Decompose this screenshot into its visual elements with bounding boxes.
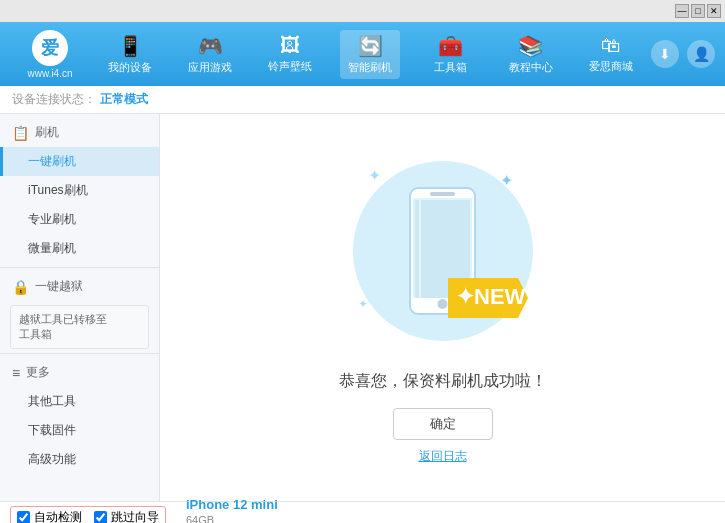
header: 爱 www.i4.cn 📱 我的设备 🎮 应用游戏 🖼 铃声壁纸 🔄 智能刷机 … xyxy=(0,22,725,86)
sparkle-3: ✦ xyxy=(358,297,368,311)
skip-wizard-label: 跳过向导 xyxy=(111,509,159,523)
flash-section-icon: 📋 xyxy=(12,125,29,141)
sidebar: 📋 刷机 一键刷机 iTunes刷机 专业刷机 微量刷机 🔒 一键越狱 越狱工具… xyxy=(0,114,160,501)
other-tools-label: 其他工具 xyxy=(28,394,76,408)
jailbreak-warning: 越狱工具已转移至工具箱 xyxy=(10,305,149,349)
warning-text: 越狱工具已转移至工具箱 xyxy=(19,313,107,340)
download-firmware-label: 下载固件 xyxy=(28,423,76,437)
svg-rect-2 xyxy=(430,192,455,196)
sidebar-section-jailbreak[interactable]: 🔒 一键越狱 xyxy=(0,272,159,301)
content-area: ✦NEW✦ ✦ ✦ ✦ 恭喜您，保资料刷机成功啦！ 确定 返回日志 xyxy=(160,114,725,501)
skip-wizard-checkbox[interactable]: 跳过向导 xyxy=(94,509,159,523)
sidebar-item-advanced[interactable]: 高级功能 xyxy=(0,445,159,474)
success-message: 恭喜您，保资料刷机成功啦！ xyxy=(339,371,547,392)
shop-icon: 🛍 xyxy=(601,34,621,57)
flash-section-label: 刷机 xyxy=(35,124,59,141)
nav-my-device[interactable]: 📱 我的设备 xyxy=(100,30,160,79)
jailbreak-icon: 🔒 xyxy=(12,279,29,295)
nav-smart-flash-label: 智能刷机 xyxy=(348,60,392,75)
svg-point-3 xyxy=(438,299,448,309)
minimize-button[interactable]: — xyxy=(675,4,689,18)
return-link[interactable]: 返回日志 xyxy=(419,448,467,465)
nav-shop-label: 爱思商城 xyxy=(589,59,633,74)
auto-connect-input[interactable] xyxy=(17,511,30,523)
sidebar-divider-2 xyxy=(0,353,159,354)
advanced-label: 高级功能 xyxy=(28,452,76,466)
nav-apps-games[interactable]: 🎮 应用游戏 xyxy=(180,30,240,79)
sidebar-section-flash[interactable]: 📋 刷机 xyxy=(0,118,159,147)
sidebar-divider-1 xyxy=(0,267,159,268)
device-storage: 64GB xyxy=(186,514,278,523)
maximize-button[interactable]: □ xyxy=(691,4,705,18)
logo-url: www.i4.cn xyxy=(27,68,72,79)
device-info: iPhone 12 mini 64GB Down-12mini-13,1 xyxy=(186,497,278,523)
sidebar-item-download-firmware[interactable]: 下载固件 xyxy=(0,416,159,445)
status-value: 正常模式 xyxy=(100,91,148,108)
apps-games-icon: 🎮 xyxy=(198,34,223,58)
confirm-button[interactable]: 确定 xyxy=(393,408,493,440)
nav-shop[interactable]: 🛍 爱思商城 xyxy=(581,30,641,78)
nav-bar: 📱 我的设备 🎮 应用游戏 🖼 铃声壁纸 🔄 智能刷机 🧰 工具箱 📚 教程中心… xyxy=(90,30,651,79)
svg-text:✦NEW✦: ✦NEW✦ xyxy=(456,284,538,309)
window-controls[interactable]: — □ ✕ xyxy=(675,4,721,18)
tools-icon: 🧰 xyxy=(438,34,463,58)
sidebar-item-micro-flash[interactable]: 微量刷机 xyxy=(0,234,159,263)
status-label: 设备连接状态： xyxy=(12,91,96,108)
nav-wallpaper[interactable]: 🖼 铃声壁纸 xyxy=(260,30,320,78)
pro-flash-label: 专业刷机 xyxy=(28,212,76,226)
user-button[interactable]: 👤 xyxy=(687,40,715,68)
header-actions: ⬇ 👤 xyxy=(651,40,715,68)
auto-connect-label: 自动检测 xyxy=(34,509,82,523)
nav-smart-flash[interactable]: 🔄 智能刷机 xyxy=(340,30,400,79)
logo-icon: 爱 xyxy=(32,30,68,66)
main-layout: 📋 刷机 一键刷机 iTunes刷机 专业刷机 微量刷机 🔒 一键越狱 越狱工具… xyxy=(0,114,725,501)
more-label: 更多 xyxy=(26,364,50,381)
one-click-flash-label: 一键刷机 xyxy=(28,154,76,168)
sidebar-item-other-tools[interactable]: 其他工具 xyxy=(0,387,159,416)
skip-wizard-input[interactable] xyxy=(94,511,107,523)
nav-wallpaper-label: 铃声壁纸 xyxy=(268,59,312,74)
smart-flash-icon: 🔄 xyxy=(358,34,383,58)
download-button[interactable]: ⬇ xyxy=(651,40,679,68)
phone-illustration: ✦NEW✦ ✦ ✦ ✦ xyxy=(343,151,543,351)
nav-tools-label: 工具箱 xyxy=(434,60,467,75)
nav-tools[interactable]: 🧰 工具箱 xyxy=(421,30,481,79)
micro-flash-label: 微量刷机 xyxy=(28,241,76,255)
checkbox-group: 自动检测 跳过向导 xyxy=(10,506,166,523)
status-bar: 设备连接状态： 正常模式 xyxy=(0,86,725,114)
sidebar-item-itunes-flash[interactable]: iTunes刷机 xyxy=(0,176,159,205)
sparkle-1: ✦ xyxy=(368,166,381,185)
sidebar-item-one-click-flash[interactable]: 一键刷机 xyxy=(0,147,159,176)
more-icon: ≡ xyxy=(12,365,20,381)
footer-top: 自动检测 跳过向导 iPhone 12 mini 64GB Down-12min… xyxy=(0,502,725,523)
full-footer: 自动检测 跳过向导 iPhone 12 mini 64GB Down-12min… xyxy=(0,501,725,523)
tutorials-icon: 📚 xyxy=(518,34,543,58)
wallpaper-icon: 🖼 xyxy=(280,34,300,57)
itunes-flash-label: iTunes刷机 xyxy=(28,183,88,197)
sidebar-item-pro-flash[interactable]: 专业刷机 xyxy=(0,205,159,234)
sidebar-section-more[interactable]: ≡ 更多 xyxy=(0,358,159,387)
nav-tutorials-label: 教程中心 xyxy=(509,60,553,75)
nav-tutorials[interactable]: 📚 教程中心 xyxy=(501,30,561,79)
new-badge: ✦NEW✦ xyxy=(448,268,538,331)
close-button[interactable]: ✕ xyxy=(707,4,721,18)
nav-my-device-label: 我的设备 xyxy=(108,60,152,75)
nav-apps-games-label: 应用游戏 xyxy=(188,60,232,75)
title-bar: — □ ✕ xyxy=(0,0,725,22)
jailbreak-label: 一键越狱 xyxy=(35,278,83,295)
auto-connect-checkbox[interactable]: 自动检测 xyxy=(17,509,82,523)
logo[interactable]: 爱 www.i4.cn xyxy=(10,30,90,79)
my-device-icon: 📱 xyxy=(118,34,143,58)
sparkle-2: ✦ xyxy=(500,171,513,190)
device-name: iPhone 12 mini xyxy=(186,497,278,512)
